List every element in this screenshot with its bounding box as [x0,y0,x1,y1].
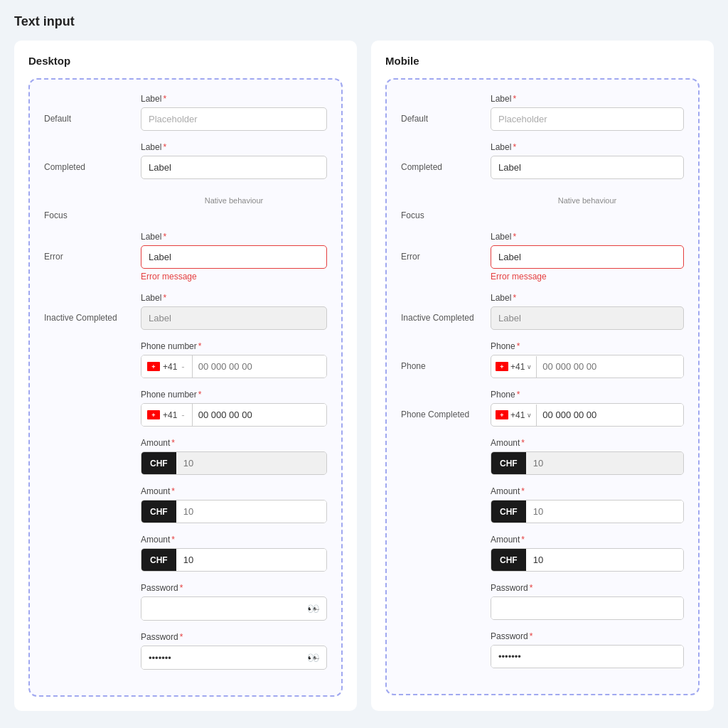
desktop-field-label-amount2: Amount* [141,486,327,496]
mobile-input-default[interactable] [491,107,684,131]
mobile-phone-flag2[interactable]: +41 ∨ [491,405,537,426]
mobile-phone-input1[interactable] [537,355,683,378]
desktop-phone-code2: +41 [163,410,177,420]
desktop-label-password2 [44,632,129,652]
desktop-label-error: Error [44,232,129,262]
desktop-field-label-amount3: Amount* [141,535,327,545]
desktop-amount-wrapper1: CHF [141,451,327,475]
mobile-field-amount3: Amount* CHF [491,535,684,572]
mobile-phone-flag1[interactable]: +41 ∨ [491,356,537,378]
desktop-phone-code1: +41 [163,362,177,372]
mobile-input-error[interactable] [491,245,684,269]
desktop-amount-input1 [176,452,326,474]
mobile-label-phone1: Phone [401,341,479,371]
mobile-row-error: Error Label* Error message [401,232,684,282]
desktop-phone-input1[interactable] [193,355,326,378]
desktop-amount-input2[interactable] [176,500,326,523]
mobile-phone-code1: +41 [510,362,525,372]
desktop-input-completed[interactable] [141,156,327,179]
mobile-phone-wrapper1: +41 ∨ [491,355,684,378]
mobile-label-password1 [401,583,479,603]
desktop-field-label-phone2: Phone number* [141,390,327,400]
desktop-input-error[interactable] [141,245,327,269]
desktop-password-wrapper2: 👀̶ [141,646,327,670]
desktop-password-input1[interactable] [141,598,300,620]
mobile-panel-title: Mobile [385,55,700,67]
chevron-down-icon-1: ∨ [527,363,532,370]
desktop-phone-flag1[interactable]: +41 - [141,355,193,378]
mobile-panel: Mobile Default Label* Completed Label* [371,41,714,711]
desktop-row-password1: Password* 👀̶ [44,583,327,621]
mobile-field-label-amount2: Amount* [491,486,684,496]
desktop-field-inactive: Label* [141,293,327,330]
desktop-label-password1 [44,583,129,603]
desktop-field-focus: Native behaviour [141,191,327,210]
desktop-row-amount2: Amount* CHF [44,486,327,523]
mobile-field-amount1: Amount* CHF [491,438,684,475]
mobile-field-error: Label* Error message [491,232,684,282]
mobile-swiss-flag-icon-2 [496,410,508,419]
mobile-field-default: Label* [491,94,684,131]
mobile-row-amount1: Amount* CHF [401,438,684,475]
desktop-chf-badge1: CHF [141,452,176,474]
mobile-field-amount2: Amount* CHF [491,486,684,523]
desktop-row-default: Default Label* [44,94,327,131]
desktop-field-label-inactive: Label* [141,293,327,303]
desktop-field-amount3: Amount* CHF [141,535,327,572]
desktop-label-focus: Focus [44,191,129,220]
mobile-field-label-error: Label* [491,232,684,242]
mobile-field-label-completed: Label* [491,142,684,152]
desktop-phone-input2[interactable] [193,404,326,426]
mobile-label-default: Default [401,94,479,124]
desktop-row-amount3: Amount* CHF [44,535,327,572]
desktop-phone-flag2[interactable]: +41 - [141,404,193,426]
desktop-row-completed: Completed Label* [44,142,327,179]
mobile-phone-wrapper2: +41 ∨ [491,403,684,427]
mobile-input-completed[interactable] [491,156,684,179]
mobile-field-label-password1: Password* [491,583,684,593]
desktop-panel-title: Desktop [28,55,343,67]
chevron-down-icon-2: ∨ [527,412,532,419]
mobile-swiss-flag-icon [496,362,508,371]
desktop-field-phone1: Phone number* +41 - [141,341,327,378]
desktop-row-focus: Focus Native behaviour [44,191,327,220]
mobile-chf-badge1: CHF [491,452,526,474]
desktop-amount-input3[interactable] [176,549,326,571]
mobile-amount-input1 [526,452,683,474]
desktop-field-label-completed: Label* [141,142,327,152]
mobile-row-amount3: Amount* CHF [401,535,684,572]
mobile-row-completed: Completed Label* [401,142,684,179]
desktop-phone-sep1: - [180,361,186,372]
mobile-password-wrapper1 [491,596,684,620]
mobile-row-amount2: Amount* CHF [401,486,684,523]
mobile-field-label-password2: Password* [491,631,684,641]
mobile-password-wrapper2 [491,645,684,668]
eye-off-icon-1[interactable]: 👀̶ [300,597,326,620]
desktop-field-completed: Label* [141,142,327,179]
desktop-input-default[interactable] [141,107,327,131]
mobile-row-password1: Password* [401,583,684,620]
desktop-row-amount1: Amount* CHF [44,438,327,475]
mobile-amount-wrapper3: CHF [491,548,684,572]
mobile-password-input1[interactable] [491,597,683,619]
desktop-form-container: Default Label* Completed Label* [28,78,343,697]
desktop-field-amount2: Amount* CHF [141,486,327,523]
mobile-label-amount3 [401,535,479,555]
desktop-panel: Desktop Default Label* Completed Label* [14,41,357,711]
mobile-phone-input2[interactable] [537,404,683,426]
mobile-label-password2 [401,631,479,651]
mobile-label-amount2 [401,486,479,506]
eye-off-icon-2[interactable]: 👀̶ [300,646,326,669]
desktop-label-amount1 [44,438,129,458]
desktop-row-password2: Password* 👀̶ [44,632,327,670]
desktop-password-input2[interactable] [141,647,300,669]
desktop-error-message: Error message [141,272,327,282]
mobile-input-inactive [491,306,684,330]
mobile-row-inactive: Inactive Completed Label* [401,293,684,330]
mobile-label-inactive: Inactive Completed [401,293,479,323]
mobile-amount-input2[interactable] [526,500,683,523]
swiss-flag-icon [147,362,160,371]
mobile-amount-input3[interactable] [526,549,683,571]
mobile-password-input2[interactable] [491,646,683,668]
desktop-native-behaviour: Native behaviour [141,191,327,210]
